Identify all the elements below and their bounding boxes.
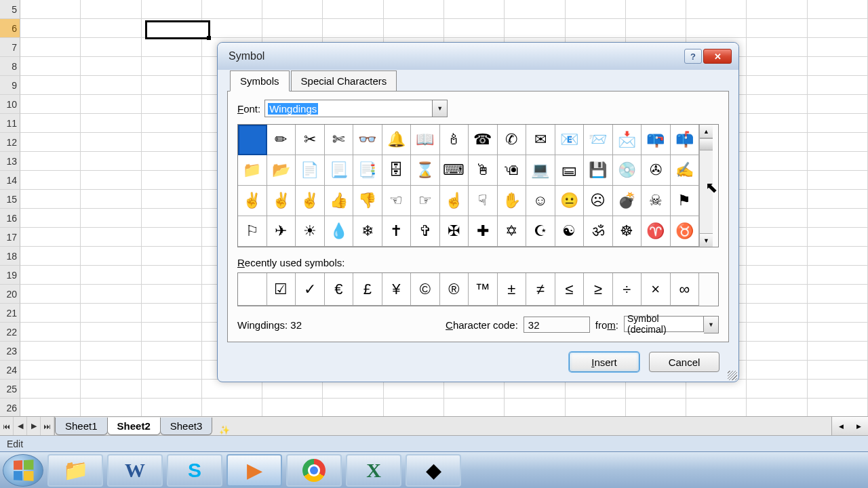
cell[interactable] <box>505 380 565 399</box>
row-header[interactable]: 13 <box>0 152 20 171</box>
symbol-cell[interactable]: ✈ <box>267 216 296 247</box>
cell[interactable] <box>747 323 807 342</box>
cell[interactable] <box>808 209 868 228</box>
cell[interactable] <box>142 0 202 19</box>
taskbar-word[interactable]: W <box>107 454 163 487</box>
recent-symbol-cell[interactable] <box>238 273 267 306</box>
cell[interactable] <box>142 95 202 114</box>
cell[interactable] <box>142 380 202 399</box>
symbol-cell[interactable]: 📃 <box>325 155 354 186</box>
sheet-nav-first[interactable]: ⏮ <box>0 417 14 435</box>
sheet-tab-1[interactable]: Sheet1 <box>55 418 108 435</box>
cell[interactable] <box>81 323 141 342</box>
active-cell[interactable] <box>145 20 210 39</box>
symbol-cell[interactable]: 🖴 <box>555 155 585 186</box>
cell[interactable] <box>566 0 626 19</box>
cell[interactable] <box>747 19 807 38</box>
cell[interactable] <box>20 209 81 228</box>
symbol-cell[interactable]: 📩 <box>613 125 642 155</box>
tab-symbols[interactable]: Symbols <box>230 70 290 92</box>
symbol-cell[interactable]: ✌ <box>267 186 296 216</box>
cell[interactable] <box>81 285 141 304</box>
symbol-cell[interactable]: 💣 <box>613 186 642 216</box>
cell[interactable] <box>142 38 202 57</box>
cell[interactable] <box>323 19 383 38</box>
row-header[interactable]: 8 <box>0 57 20 76</box>
cell[interactable] <box>505 0 565 19</box>
cell[interactable] <box>808 304 868 323</box>
close-button[interactable]: ✕ <box>703 49 732 64</box>
cell[interactable] <box>323 0 383 19</box>
cell[interactable] <box>384 0 444 19</box>
symbol-cell[interactable]: 👓 <box>353 125 382 155</box>
row-header[interactable]: 19 <box>0 266 20 285</box>
cell[interactable] <box>747 133 807 152</box>
cell[interactable] <box>808 190 868 209</box>
taskbar-explorer[interactable]: 📁 <box>47 454 103 487</box>
row-header[interactable]: 7 <box>0 38 20 57</box>
scroll-up-button[interactable]: ▲ <box>700 125 713 138</box>
font-dropdown-button[interactable] <box>433 100 448 117</box>
row-header[interactable]: 26 <box>0 399 20 418</box>
row-header[interactable]: 6 <box>0 19 20 38</box>
cell[interactable] <box>20 19 81 38</box>
symbol-cell[interactable]: 📁 <box>238 155 267 186</box>
row-header[interactable]: 5 <box>0 0 20 19</box>
cell[interactable] <box>808 285 868 304</box>
symbol-cell[interactable]: 😐 <box>555 186 585 216</box>
symbol-cell[interactable]: 💾 <box>584 155 613 186</box>
cell[interactable] <box>747 209 807 228</box>
symbol-cell[interactable]: ✂ <box>296 125 325 155</box>
cell[interactable] <box>81 247 141 266</box>
cell[interactable] <box>202 19 262 38</box>
help-button[interactable]: ? <box>684 49 702 64</box>
cell[interactable] <box>20 57 81 76</box>
cell[interactable] <box>747 228 807 247</box>
symbol-cell[interactable]: 👎 <box>353 186 382 216</box>
cell[interactable] <box>142 342 202 361</box>
insert-button[interactable]: Insert <box>569 352 639 372</box>
cell[interactable] <box>20 285 81 304</box>
row-header[interactable]: 15 <box>0 190 20 209</box>
cell[interactable] <box>142 361 202 380</box>
cell[interactable] <box>20 266 81 285</box>
symbol-cell[interactable]: ☪ <box>526 216 555 247</box>
cell[interactable] <box>81 76 141 95</box>
symbol-cell[interactable]: ✄ <box>325 125 354 155</box>
font-input[interactable]: Wingdings <box>264 100 433 117</box>
symbol-scrollbar[interactable]: ▲ ▼ <box>699 125 713 247</box>
cell[interactable] <box>142 190 202 209</box>
symbol-cell[interactable]: ✇ <box>642 155 671 186</box>
cell[interactable] <box>142 114 202 133</box>
symbol-cell[interactable]: ✍ <box>671 155 700 186</box>
taskbar-chrome[interactable] <box>286 454 342 487</box>
symbol-cell[interactable]: 📖 <box>411 125 440 155</box>
symbol-cell[interactable]: ॐ <box>584 216 613 247</box>
cell[interactable] <box>566 19 626 38</box>
scroll-thumb[interactable] <box>700 138 713 150</box>
cell[interactable] <box>142 304 202 323</box>
cell[interactable] <box>808 323 868 342</box>
cell[interactable] <box>747 342 807 361</box>
row-header[interactable]: 22 <box>0 323 20 342</box>
cell[interactable] <box>20 95 81 114</box>
cell[interactable] <box>808 114 868 133</box>
cell[interactable] <box>384 380 444 399</box>
cell[interactable] <box>808 19 868 38</box>
cell[interactable] <box>747 361 807 380</box>
cell[interactable] <box>323 399 383 418</box>
cell[interactable] <box>808 342 868 361</box>
recent-symbol-cell[interactable]: ☑ <box>267 273 296 306</box>
cell[interactable] <box>142 76 202 95</box>
cell[interactable] <box>323 380 383 399</box>
cell[interactable] <box>20 247 81 266</box>
hscroll-left[interactable]: ◀ <box>832 417 850 435</box>
cancel-button[interactable]: Cancel <box>649 352 719 372</box>
cell[interactable] <box>202 399 262 418</box>
cell[interactable] <box>81 361 141 380</box>
cell[interactable] <box>20 152 81 171</box>
cell[interactable] <box>81 228 141 247</box>
symbol-cell[interactable]: ☸ <box>613 216 642 247</box>
symbol-cell[interactable]: ☟ <box>469 186 498 216</box>
symbol-cell[interactable]: 👍 <box>325 186 354 216</box>
